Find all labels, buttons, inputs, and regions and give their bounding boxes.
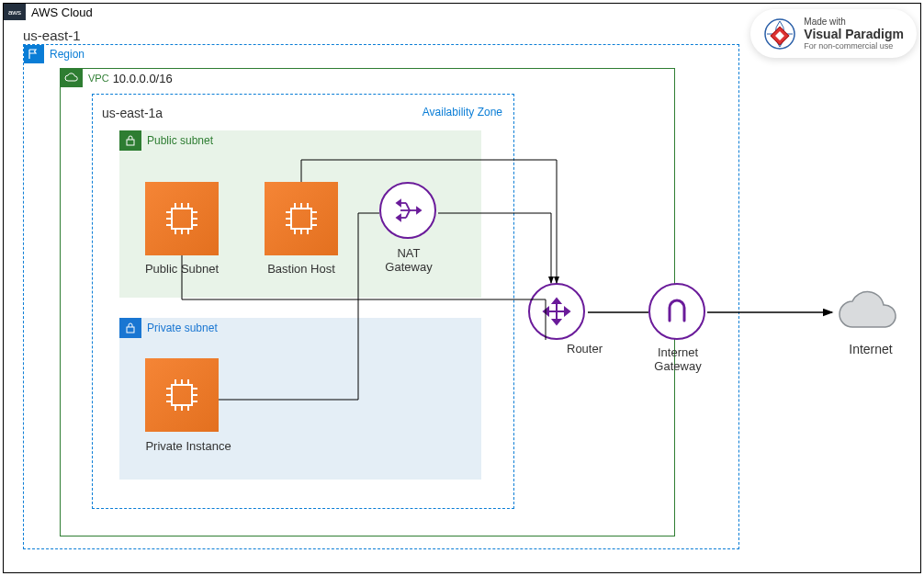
internet-label: Internet	[843, 342, 898, 356]
aws-cloud-header: aws AWS Cloud	[4, 4, 93, 20]
aws-logo-icon: aws	[4, 4, 26, 20]
az-label: Availability Zone	[423, 106, 502, 119]
svg-rect-0	[127, 140, 134, 145]
svg-rect-31	[172, 385, 192, 405]
router-label: Router	[567, 342, 622, 356]
visual-paradigm-watermark: Made with Visual Paradigm For non-commer…	[750, 9, 917, 58]
region-flag-icon	[24, 45, 44, 63]
public-subnet-label: Public subnet	[147, 134, 213, 147]
router-icon	[528, 283, 585, 340]
bastion-host-icon	[265, 182, 338, 255]
svg-marker-47	[553, 320, 560, 324]
region-name-label: us-east-1	[23, 28, 81, 43]
svg-marker-28	[397, 200, 400, 206]
vpc-header: VPC 10.0.0.0/16	[61, 69, 173, 87]
public-subnet-header: Public subnet	[119, 130, 213, 151]
internet-gateway-icon	[648, 283, 705, 340]
nat-gateway-icon	[379, 182, 436, 239]
svg-marker-46	[553, 299, 560, 303]
private-subnet-label: Private subnet	[147, 322, 218, 334]
svg-rect-2	[172, 209, 192, 229]
private-instance-label: Private Instance	[133, 439, 243, 453]
private-subnet-lock-icon	[119, 318, 141, 338]
region-header: Region	[24, 45, 88, 63]
svg-marker-49	[565, 308, 569, 315]
visual-paradigm-logo-icon	[763, 17, 796, 51]
internet-gateway-label: Internet Gateway	[645, 345, 711, 373]
private-instance-icon	[145, 358, 219, 432]
region-label: Region	[50, 48, 85, 61]
watermark-text: Made with Visual Paradigm For non-commer…	[804, 17, 904, 51]
svg-marker-29	[397, 215, 400, 220]
private-subnet-header: Private subnet	[119, 318, 218, 338]
watermark-made-with: Made with	[804, 17, 904, 27]
public-subnet-ec2-label: Public Subnet	[138, 262, 226, 276]
az-name: us-east-1a	[102, 106, 163, 120]
aws-cloud-label: AWS Cloud	[31, 6, 93, 19]
svg-marker-30	[417, 208, 421, 213]
internet-cloud-icon	[834, 287, 907, 336]
svg-rect-1	[127, 327, 134, 333]
nat-gateway-label: NAT Gateway	[377, 246, 441, 274]
public-subnet-ec2-icon	[145, 182, 219, 255]
watermark-brand: Visual Paradigm	[804, 27, 904, 41]
watermark-sub: For non-commercial use	[804, 41, 904, 51]
svg-marker-48	[544, 308, 548, 315]
vpc-label: VPC	[88, 73, 109, 84]
bastion-host-label: Bastion Host	[255, 262, 347, 276]
public-subnet-lock-icon	[119, 130, 141, 151]
vpc-cidr: 10.0.0.0/16	[113, 72, 173, 85]
svg-rect-15	[291, 209, 311, 229]
vpc-cloud-icon	[61, 69, 83, 87]
